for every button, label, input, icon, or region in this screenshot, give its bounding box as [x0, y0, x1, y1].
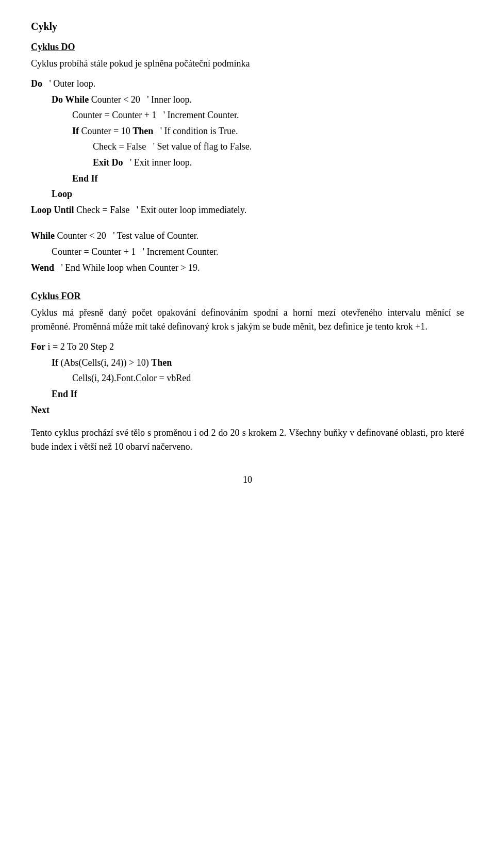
- page-number: 10: [31, 474, 464, 485]
- for-line-1: For i = 2 To 20 Step 2: [31, 339, 464, 355]
- comment: ' Exit outer loop immediately.: [137, 205, 247, 215]
- comment: ' Inner loop.: [147, 94, 192, 105]
- keyword: Next: [31, 405, 50, 415]
- comment: ' If condition is True.: [160, 126, 238, 136]
- code-line-4: If Counter = 10 Then ' If condition is T…: [31, 123, 464, 139]
- code-line-7: End If: [31, 171, 464, 187]
- keyword: While: [31, 231, 55, 241]
- keyword: Loop: [52, 189, 72, 199]
- code-line-1: Do ' Outer loop.: [31, 76, 464, 92]
- keyword: Loop Until: [31, 205, 74, 215]
- code-for-block: For i = 2 To 20 Step 2 If (Abs(Cells(i, …: [31, 339, 464, 418]
- for-description-2: Tento cyklus prochází své tělo s proměno…: [31, 426, 464, 454]
- code-while-block: While Counter < 20 ' Test value of Count…: [31, 228, 464, 275]
- keyword: Do: [31, 78, 42, 89]
- do-description: Cyklus probíhá stále pokud je splněna po…: [31, 57, 464, 71]
- for-line-3: Cells(i, 24).Font.Color = vbRed: [31, 370, 464, 386]
- keyword: For: [31, 341, 45, 352]
- while-line-3: Wend ' End While loop when Counter > 19.: [31, 260, 464, 276]
- comment: ' Outer loop.: [50, 78, 96, 89]
- comment: ' Test value of Counter.: [113, 231, 199, 241]
- for-description-1: Cyklus má přesně daný počet opakování de…: [31, 306, 464, 334]
- keyword: End If: [72, 173, 98, 184]
- page-content: Cykly Cyklus DO Cyklus probíhá stále pok…: [31, 21, 464, 485]
- comment: ' End While loop when Counter > 19.: [61, 263, 200, 273]
- keyword: Then: [151, 357, 172, 368]
- main-heading: Cykly: [31, 21, 464, 32]
- code-line-2: Do While Counter < 20 ' Inner loop.: [31, 92, 464, 108]
- keyword: Exit Do: [93, 157, 123, 168]
- code-line-5: Check = False ' Set value of flag to Fal…: [31, 139, 464, 155]
- keyword: Wend: [31, 263, 54, 273]
- for-line-4: End If: [31, 386, 464, 402]
- for-line-2: If (Abs(Cells(i, 24)) > 10) Then: [31, 355, 464, 371]
- do-subheading: Cyklus DO: [31, 42, 464, 53]
- comment: ' Set value of flag to False.: [153, 141, 252, 152]
- code-line-3: Counter = Counter + 1 ' Increment Counte…: [31, 107, 464, 123]
- keyword: Do While: [52, 94, 89, 105]
- comment: ' Increment Counter.: [163, 110, 239, 120]
- for-subheading: Cyklus FOR: [31, 291, 464, 302]
- comment: ' Exit inner loop.: [130, 157, 192, 168]
- code-line-8: Loop: [31, 186, 464, 202]
- while-line-1: While Counter < 20 ' Test value of Count…: [31, 228, 464, 244]
- code-line-6: Exit Do ' Exit inner loop.: [31, 155, 464, 171]
- keyword: If: [52, 357, 58, 368]
- code-line-9: Loop Until Check = False ' Exit outer lo…: [31, 202, 464, 218]
- keyword: End If: [52, 389, 77, 399]
- keyword: Then: [133, 126, 153, 136]
- keyword: If: [72, 126, 79, 136]
- while-line-2: Counter = Counter + 1 ' Increment Counte…: [31, 244, 464, 260]
- for-line-5: Next: [31, 402, 464, 418]
- code-do-block: Do ' Outer loop. Do While Counter < 20 '…: [31, 76, 464, 218]
- comment: ' Increment Counter.: [143, 247, 219, 257]
